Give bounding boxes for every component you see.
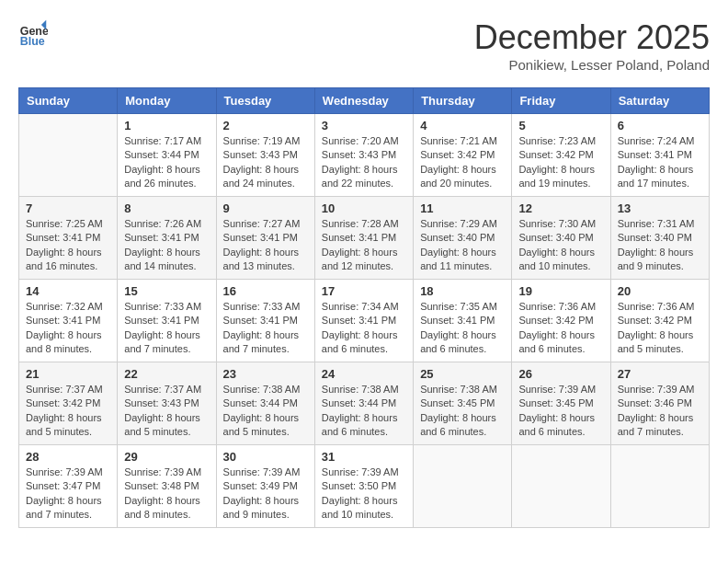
day-number: 16: [223, 284, 308, 298]
day-number: 15: [124, 284, 209, 298]
day-number: 20: [618, 284, 702, 298]
calendar-day-cell: 23Sunrise: 7:38 AM Sunset: 3:44 PM Dayli…: [216, 362, 314, 445]
calendar-day-cell: 18Sunrise: 7:35 AM Sunset: 3:41 PM Dayli…: [414, 280, 512, 362]
calendar-week-row: 1Sunrise: 7:17 AM Sunset: 3:44 PM Daylig…: [19, 114, 710, 197]
day-number: 14: [26, 284, 110, 298]
calendar-day-cell: [19, 114, 118, 197]
day-number: 19: [518, 284, 603, 298]
calendar-day-cell: [610, 445, 709, 528]
day-info: Sunrise: 7:39 AM Sunset: 3:47 PM Dayligh…: [26, 465, 110, 523]
calendar-day-cell: 29Sunrise: 7:39 AM Sunset: 3:48 PM Dayli…: [118, 445, 216, 528]
day-info: Sunrise: 7:39 AM Sunset: 3:45 PM Dayligh…: [518, 383, 603, 440]
calendar-day-cell: 9Sunrise: 7:27 AM Sunset: 3:41 PM Daylig…: [216, 197, 314, 280]
calendar-day-cell: [414, 445, 512, 528]
calendar-day-cell: 10Sunrise: 7:28 AM Sunset: 3:41 PM Dayli…: [314, 197, 413, 280]
calendar-week-row: 7Sunrise: 7:25 AM Sunset: 3:41 PM Daylig…: [19, 197, 710, 280]
calendar-day-cell: 16Sunrise: 7:33 AM Sunset: 3:41 PM Dayli…: [216, 280, 314, 362]
calendar-day-cell: 13Sunrise: 7:31 AM Sunset: 3:40 PM Dayli…: [610, 197, 709, 280]
location: Ponikiew, Lesser Poland, Poland: [474, 57, 710, 73]
day-number: 12: [518, 201, 603, 215]
calendar-day-header: Tuesday: [216, 88, 314, 114]
calendar-day-cell: 17Sunrise: 7:34 AM Sunset: 3:41 PM Dayli…: [314, 280, 413, 362]
calendar-day-header: Sunday: [19, 88, 118, 114]
calendar-day-cell: 6Sunrise: 7:24 AM Sunset: 3:41 PM Daylig…: [610, 114, 709, 197]
calendar-day-header: Monday: [118, 88, 216, 114]
day-number: 18: [420, 284, 505, 298]
day-number: 10: [322, 201, 406, 215]
svg-text:Blue: Blue: [20, 35, 45, 48]
calendar-day-cell: 22Sunrise: 7:37 AM Sunset: 3:43 PM Dayli…: [118, 362, 216, 445]
day-info: Sunrise: 7:39 AM Sunset: 3:49 PM Dayligh…: [223, 465, 308, 523]
day-number: 29: [124, 450, 209, 464]
day-number: 27: [618, 367, 702, 381]
day-info: Sunrise: 7:38 AM Sunset: 3:44 PM Dayligh…: [223, 383, 308, 440]
calendar-day-cell: 7Sunrise: 7:25 AM Sunset: 3:41 PM Daylig…: [19, 197, 118, 280]
day-info: Sunrise: 7:38 AM Sunset: 3:44 PM Dayligh…: [322, 383, 406, 440]
calendar-day-cell: 8Sunrise: 7:26 AM Sunset: 3:41 PM Daylig…: [118, 197, 216, 280]
day-info: Sunrise: 7:23 AM Sunset: 3:42 PM Dayligh…: [518, 134, 603, 191]
calendar-day-cell: 11Sunrise: 7:29 AM Sunset: 3:40 PM Dayli…: [414, 197, 512, 280]
day-number: 7: [26, 201, 110, 215]
calendar-header-row: SundayMondayTuesdayWednesdayThursdayFrid…: [19, 88, 710, 114]
day-info: Sunrise: 7:33 AM Sunset: 3:41 PM Dayligh…: [223, 300, 308, 357]
day-info: Sunrise: 7:26 AM Sunset: 3:41 PM Dayligh…: [124, 217, 209, 274]
calendar-day-cell: 19Sunrise: 7:36 AM Sunset: 3:42 PM Dayli…: [512, 280, 610, 362]
calendar-day-cell: 15Sunrise: 7:33 AM Sunset: 3:41 PM Dayli…: [118, 280, 216, 362]
calendar-day-header: Friday: [512, 88, 610, 114]
day-info: Sunrise: 7:33 AM Sunset: 3:41 PM Dayligh…: [124, 300, 209, 357]
calendar-day-cell: 20Sunrise: 7:36 AM Sunset: 3:42 PM Dayli…: [610, 280, 709, 362]
day-info: Sunrise: 7:30 AM Sunset: 3:40 PM Dayligh…: [518, 217, 603, 274]
day-number: 24: [322, 367, 406, 381]
day-info: Sunrise: 7:21 AM Sunset: 3:42 PM Dayligh…: [420, 134, 505, 191]
logo-icon: General Blue: [18, 18, 48, 48]
day-number: 8: [124, 201, 209, 215]
calendar-day-cell: 1Sunrise: 7:17 AM Sunset: 3:44 PM Daylig…: [118, 114, 216, 197]
day-number: 30: [223, 450, 308, 464]
day-number: 4: [420, 119, 505, 132]
day-info: Sunrise: 7:36 AM Sunset: 3:42 PM Dayligh…: [518, 300, 603, 357]
day-number: 28: [26, 450, 110, 464]
calendar-day-header: Thursday: [414, 88, 512, 114]
calendar-day-cell: 28Sunrise: 7:39 AM Sunset: 3:47 PM Dayli…: [19, 445, 118, 528]
calendar-week-row: 28Sunrise: 7:39 AM Sunset: 3:47 PM Dayli…: [19, 445, 710, 528]
day-info: Sunrise: 7:17 AM Sunset: 3:44 PM Dayligh…: [124, 134, 209, 191]
calendar-week-row: 14Sunrise: 7:32 AM Sunset: 3:41 PM Dayli…: [19, 280, 710, 362]
calendar-day-cell: [512, 445, 610, 528]
day-info: Sunrise: 7:32 AM Sunset: 3:41 PM Dayligh…: [26, 300, 110, 357]
day-number: 21: [26, 367, 110, 381]
day-number: 17: [322, 284, 406, 298]
calendar-day-cell: 30Sunrise: 7:39 AM Sunset: 3:49 PM Dayli…: [216, 445, 314, 528]
day-info: Sunrise: 7:39 AM Sunset: 3:50 PM Dayligh…: [322, 465, 406, 523]
day-number: 26: [518, 367, 603, 381]
day-info: Sunrise: 7:34 AM Sunset: 3:41 PM Dayligh…: [322, 300, 406, 357]
day-number: 31: [322, 450, 406, 464]
day-number: 2: [223, 119, 308, 132]
day-info: Sunrise: 7:37 AM Sunset: 3:42 PM Dayligh…: [26, 383, 110, 440]
calendar-day-cell: 14Sunrise: 7:32 AM Sunset: 3:41 PM Dayli…: [19, 280, 118, 362]
day-info: Sunrise: 7:29 AM Sunset: 3:40 PM Dayligh…: [420, 217, 505, 274]
calendar-body: 1Sunrise: 7:17 AM Sunset: 3:44 PM Daylig…: [19, 114, 710, 528]
day-info: Sunrise: 7:19 AM Sunset: 3:43 PM Dayligh…: [223, 134, 308, 191]
day-number: 3: [322, 119, 406, 132]
day-info: Sunrise: 7:35 AM Sunset: 3:41 PM Dayligh…: [420, 300, 505, 357]
day-number: 5: [518, 119, 603, 132]
day-info: Sunrise: 7:37 AM Sunset: 3:43 PM Dayligh…: [124, 383, 209, 440]
calendar-day-header: Saturday: [610, 88, 709, 114]
calendar-day-cell: 5Sunrise: 7:23 AM Sunset: 3:42 PM Daylig…: [512, 114, 610, 197]
day-info: Sunrise: 7:38 AM Sunset: 3:45 PM Dayligh…: [420, 383, 505, 440]
calendar-day-cell: 21Sunrise: 7:37 AM Sunset: 3:42 PM Dayli…: [19, 362, 118, 445]
day-number: 13: [618, 201, 702, 215]
day-info: Sunrise: 7:20 AM Sunset: 3:43 PM Dayligh…: [322, 134, 406, 191]
day-info: Sunrise: 7:39 AM Sunset: 3:46 PM Dayligh…: [618, 383, 702, 440]
day-number: 6: [618, 119, 702, 132]
month-title: December 2025: [474, 18, 710, 57]
day-number: 25: [420, 367, 505, 381]
logo: General Blue: [18, 18, 48, 48]
calendar-day-cell: 25Sunrise: 7:38 AM Sunset: 3:45 PM Dayli…: [414, 362, 512, 445]
calendar-day-cell: 26Sunrise: 7:39 AM Sunset: 3:45 PM Dayli…: [512, 362, 610, 445]
day-number: 22: [124, 367, 209, 381]
calendar-table: SundayMondayTuesdayWednesdayThursdayFrid…: [18, 87, 710, 528]
day-info: Sunrise: 7:24 AM Sunset: 3:41 PM Dayligh…: [618, 134, 702, 191]
calendar-week-row: 21Sunrise: 7:37 AM Sunset: 3:42 PM Dayli…: [19, 362, 710, 445]
calendar-day-cell: 31Sunrise: 7:39 AM Sunset: 3:50 PM Dayli…: [314, 445, 413, 528]
